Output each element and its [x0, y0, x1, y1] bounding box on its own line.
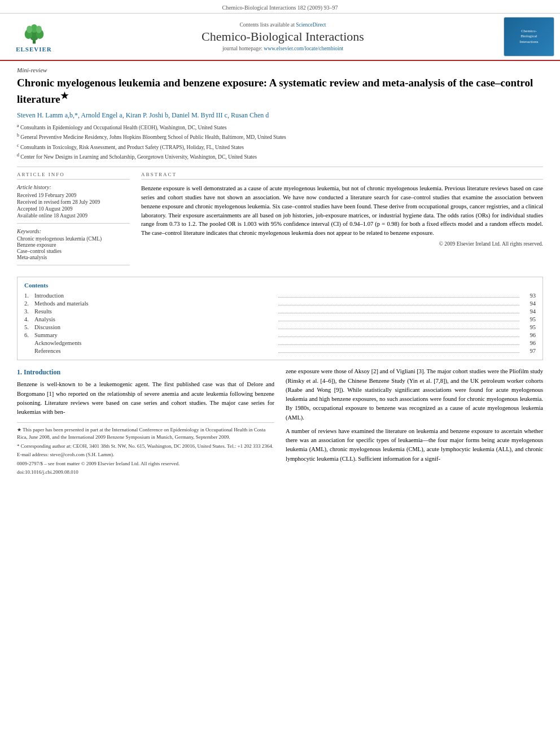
history-accepted: Accepted 10 August 2009 — [17, 206, 130, 212]
article-title: Chronic myelogenous leukemia and benzene… — [17, 76, 543, 107]
contents-item-ref: References 97 — [24, 347, 536, 354]
authors: Steven H. Lamm a,b,*, Arnold Engel a, Ki… — [17, 111, 543, 120]
article-info-col: ARTICLE INFO Article history: Received 1… — [17, 172, 130, 270]
keyword-4: Meta-analysis — [17, 255, 130, 260]
body-col-left: 1. Introduction Benzene is well-known to… — [17, 367, 274, 478]
sciencedirect-line: Contents lists available at ScienceDirec… — [62, 22, 504, 28]
article-info-header: ARTICLE INFO — [17, 172, 130, 180]
footnote-area: ★ This paper has been presented in part … — [17, 422, 274, 476]
affiliation-a: a Consultants in Epidemiology and Occupa… — [17, 123, 543, 132]
journal-header: Chemico-Biological Interactions 182 (200… — [0, 0, 560, 14]
history-revised: Received in revised form 28 July 2009 — [17, 199, 130, 205]
divider-keywords — [17, 223, 130, 224]
elsevier-brand-text: ELSEVIER — [16, 46, 52, 53]
footnote-email: E-mail address: steve@ceoh.com (S.H. Lam… — [17, 451, 274, 458]
journal-homepage-link[interactable]: www.elsevier.com/locate/chembioint — [264, 46, 343, 51]
divider-1 — [17, 167, 543, 167]
svg-point-5 — [27, 25, 32, 33]
affiliation-b: b General Preventive Medicine Residency,… — [17, 132, 543, 141]
contents-item-6: 6. Summary 96 — [24, 331, 536, 338]
contents-section: Contents 1. Introduction 93 2. Methods a… — [17, 277, 543, 360]
title-star: ★ — [60, 91, 68, 101]
journal-logo-box: Chemico-BiologicalInteractions — [504, 17, 554, 56]
body-section: 1. Introduction Benzene is well-known to… — [17, 367, 543, 478]
contents-title: Contents — [24, 282, 536, 289]
footnote-doi: doi:10.1016/j.cbi.2009.08.010 — [17, 469, 274, 476]
body-para-right-2: A number of reviews have examined the li… — [286, 427, 543, 464]
footnote-2: * Corresponding author at: CEOH, 3401 38… — [17, 443, 274, 450]
history-online: Available online 18 August 2009 — [17, 213, 130, 219]
article-content: Mini-review Chronic myelogenous leukemia… — [0, 61, 560, 483]
divider-after-keywords — [17, 265, 130, 265]
header-center: Contents lists available at ScienceDirec… — [62, 22, 504, 51]
footnote-1: ★ This paper has been presented in part … — [17, 426, 274, 440]
keyword-3: Case–control studies — [17, 248, 130, 254]
sciencedirect-link[interactable]: ScienceDirect — [296, 22, 326, 28]
abstract-header: ABSTRACT — [141, 172, 543, 180]
affiliation-d: d Center for New Designs in Learning and… — [17, 152, 543, 161]
affiliation-c: c Consultants in Toxicology, Risk Assess… — [17, 142, 543, 151]
keyword-2: Benzene exposure — [17, 242, 130, 248]
elsevier-tree-icon — [19, 21, 50, 45]
section1-heading: 1. Introduction — [17, 368, 274, 377]
journal-logo-text: Chemico-BiologicalInteractions — [517, 27, 540, 46]
journal-title: Chemico-Biological Interactions — [62, 29, 504, 44]
body-col-right: zene exposure were those of Aksoy [2] an… — [286, 367, 543, 478]
body-para-right-1: zene exposure were those of Aksoy [2] an… — [286, 367, 543, 422]
body-para-1: Benzene is well-known to be a leukemogen… — [17, 380, 274, 417]
journal-citation: Chemico-Biological Interactions 182 (200… — [11, 5, 549, 11]
footnote-issn: 0009-2797/$ – see front matter © 2009 El… — [17, 460, 274, 468]
contents-item-1: 1. Introduction 93 — [24, 292, 536, 299]
journal-homepage: journal homepage: www.elsevier.com/locat… — [62, 46, 504, 51]
history-received: Received 19 February 2009 — [17, 193, 130, 198]
contents-item-4: 4. Analysis 95 — [24, 316, 536, 322]
svg-point-6 — [36, 25, 41, 33]
keyword-1: Chronic myelogenous leukemia (CML) — [17, 236, 130, 242]
abstract-col: ABSTRACT Benzene exposure is well demons… — [141, 172, 543, 270]
copyright-line: © 2009 Elsevier Ireland Ltd. All rights … — [141, 241, 543, 247]
article-info-abstract: ARTICLE INFO Article history: Received 1… — [17, 172, 543, 270]
elsevier-logo: ELSEVIER — [6, 21, 62, 53]
contents-item-2: 2. Methods and materials 94 — [24, 300, 536, 307]
keywords-label: Keywords: — [17, 228, 130, 234]
contents-item-5: 5. Discussion 95 — [24, 324, 536, 330]
article-type: Mini-review — [17, 67, 543, 73]
contents-item-ack: Acknowledgements 96 — [24, 339, 536, 346]
abstract-text: Benzene exposure is well demonstrated as… — [141, 184, 543, 238]
header-top: ELSEVIER Contents lists available at Sci… — [0, 14, 560, 61]
affiliations: a Consultants in Epidemiology and Occupa… — [17, 123, 543, 161]
contents-item-3: 3. Results 94 — [24, 308, 536, 314]
history-label: Article history: — [17, 184, 130, 190]
page-wrapper: Chemico-Biological Interactions 182 (200… — [0, 0, 560, 747]
